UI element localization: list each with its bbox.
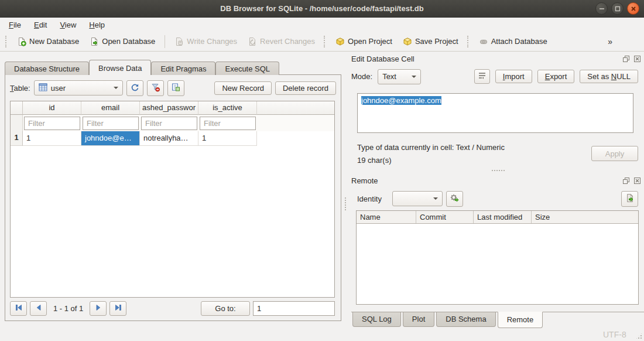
column-header-id[interactable]: id xyxy=(23,101,81,115)
horizontal-splitter-handle[interactable] xyxy=(492,170,505,172)
table-label: Table: xyxy=(10,84,30,93)
dock-float-icon[interactable] xyxy=(622,176,631,185)
revert-changes-icon xyxy=(248,37,257,46)
cell-editor[interactable]: johndoe@example.com xyxy=(357,93,633,133)
filter-input-is-active[interactable] xyxy=(200,117,256,130)
edit-database-cell-dock: Edit Database Cell Mode: Text Import Exp… xyxy=(351,53,642,170)
first-record-button[interactable] xyxy=(10,301,27,316)
window-controls xyxy=(595,2,639,15)
tab-remote[interactable]: Remote xyxy=(498,312,543,328)
gear-icon xyxy=(450,193,459,204)
manage-identities-button[interactable] xyxy=(446,191,463,207)
column-header-email[interactable]: email xyxy=(81,101,140,115)
cell-email-selected[interactable]: johndoe@e… xyxy=(81,131,140,146)
clear-filters-button[interactable] xyxy=(147,80,164,96)
grid-corner xyxy=(11,101,23,115)
chevron-down-icon xyxy=(114,87,118,89)
remote-column-name[interactable]: Name xyxy=(357,211,416,223)
mode-select[interactable]: Text xyxy=(378,69,421,84)
tab-plot[interactable]: Plot xyxy=(403,312,434,327)
vertical-splitter-handle[interactable] xyxy=(345,197,347,210)
goto-input[interactable] xyxy=(253,301,335,316)
set-as-null-button[interactable]: Set as NULL xyxy=(580,70,638,83)
toolbar-handle[interactable] xyxy=(324,36,327,47)
record-range-label: 1 - 1 of 1 xyxy=(50,304,87,313)
resize-grip[interactable] xyxy=(636,333,642,339)
tab-sql-log[interactable]: SQL Log xyxy=(352,312,401,327)
tab-browse-data[interactable]: Browse Data xyxy=(89,60,151,75)
cell-id[interactable]: 1 xyxy=(23,131,81,146)
toolbar-handle[interactable] xyxy=(5,36,8,47)
edit-cell-mode-row: Mode: Text Import Export Set as NULL xyxy=(351,69,638,84)
dock-float-icon[interactable] xyxy=(622,54,631,63)
filter-input-email[interactable] xyxy=(83,117,139,130)
menu-file[interactable]: File xyxy=(2,19,28,31)
word-wrap-button[interactable] xyxy=(474,69,490,84)
cell-hashed-password[interactable]: notreallyha… xyxy=(140,131,198,146)
tab-db-schema[interactable]: DB Schema xyxy=(436,312,495,327)
save-results-icon xyxy=(171,83,181,94)
maximize-icon[interactable] xyxy=(611,2,624,15)
filter-input-hashed-password[interactable] xyxy=(141,117,197,130)
row-number[interactable]: 1 xyxy=(11,131,23,146)
remote-column-size[interactable]: Size xyxy=(532,211,638,223)
save-project-button[interactable]: Save Project xyxy=(399,35,462,49)
filter-input-id[interactable] xyxy=(24,117,80,130)
menu-help[interactable]: Help xyxy=(83,19,111,31)
titlebar: DB Browser for SQLite - /home/user/code/… xyxy=(0,0,644,18)
main-toolbar: New Database Open Database Write Changes… xyxy=(0,32,644,52)
tab-database-structure[interactable]: Database Structure xyxy=(5,62,89,75)
tab-execute-sql[interactable]: Execute SQL xyxy=(215,62,279,75)
save-results-button[interactable] xyxy=(167,80,184,96)
write-changes-button: Write Changes xyxy=(171,35,241,49)
import-button[interactable]: Import xyxy=(495,70,532,83)
table-row: 1 1 johndoe@e… notreallyha… 1 xyxy=(11,131,334,146)
delete-record-button[interactable]: Delete record xyxy=(275,81,336,95)
toolbar-handle[interactable] xyxy=(467,36,470,47)
identity-select[interactable] xyxy=(392,191,443,206)
remote-column-last-modified[interactable]: Last modified xyxy=(474,211,532,223)
last-record-button[interactable] xyxy=(109,301,126,316)
new-database-button[interactable]: New Database xyxy=(13,35,83,49)
tab-edit-pragmas[interactable]: Edit Pragmas xyxy=(151,62,215,75)
dock-close-icon[interactable] xyxy=(633,176,642,185)
new-record-button[interactable]: New Record xyxy=(214,81,272,95)
attach-database-button[interactable]: Attach Database xyxy=(475,35,551,49)
chevron-down-icon xyxy=(433,197,438,200)
table-icon xyxy=(39,83,47,93)
menu-edit[interactable]: Edit xyxy=(28,19,53,31)
refresh-button[interactable] xyxy=(126,80,143,96)
mode-label: Mode: xyxy=(351,72,372,81)
remote-column-commit[interactable]: Commit xyxy=(416,211,474,223)
goto-button[interactable]: Go to: xyxy=(201,301,250,316)
main-tabbar: Database Structure Browse Data Edit Prag… xyxy=(5,60,341,75)
remote-dock-title: Remote xyxy=(351,176,619,185)
edit-cell-dock-titlebar: Edit Database Cell xyxy=(351,53,642,64)
next-record-icon xyxy=(95,304,102,313)
clone-database-button[interactable] xyxy=(621,191,638,207)
dock-close-icon[interactable] xyxy=(633,54,642,63)
table-select[interactable]: user xyxy=(34,80,123,96)
new-database-icon xyxy=(17,37,26,46)
revert-changes-button: Revert Changes xyxy=(244,35,318,49)
next-record-button[interactable] xyxy=(90,301,107,316)
identity-row: Identity xyxy=(351,190,638,207)
open-database-button[interactable]: Open Database xyxy=(86,35,159,49)
menu-view[interactable]: View xyxy=(53,19,83,31)
apply-button: Apply xyxy=(591,146,638,161)
encoding-status: UTF-8 xyxy=(603,330,626,339)
close-icon[interactable] xyxy=(627,2,639,15)
cell-is-active[interactable]: 1 xyxy=(198,131,257,146)
export-button[interactable]: Export xyxy=(537,70,575,83)
column-header-hashed-password[interactable]: ashed_passwor xyxy=(140,101,198,115)
chevron-down-icon xyxy=(412,76,416,78)
minimize-icon[interactable] xyxy=(595,2,608,15)
column-header-is-active[interactable]: is_active xyxy=(198,101,257,115)
cell-type-info: Type of data currently in cell: Text / N… xyxy=(357,143,505,152)
toolbar-overflow-button[interactable]: » xyxy=(604,36,616,47)
grid-header-filler xyxy=(257,101,334,115)
toolbar-separator xyxy=(165,35,165,48)
previous-record-button[interactable] xyxy=(30,301,47,316)
open-project-button[interactable]: Open Project xyxy=(332,35,396,49)
browse-controls: Table: user New Record Delete record xyxy=(10,80,336,96)
